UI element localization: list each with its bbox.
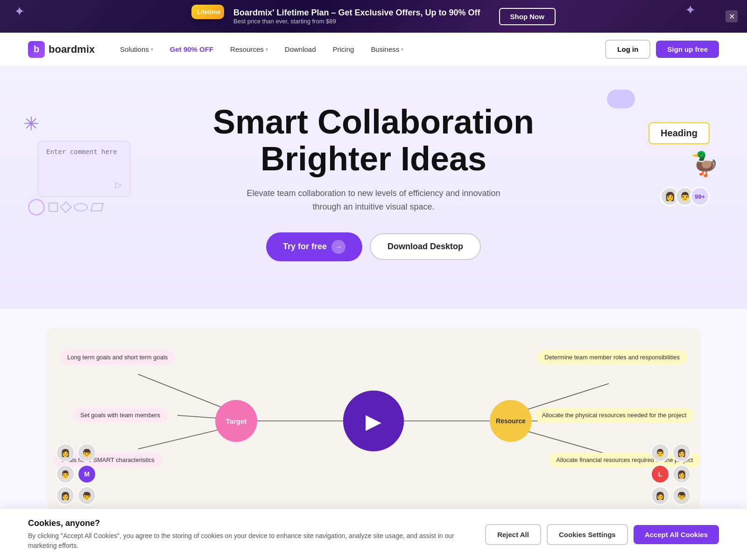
target-node-label: Target: [226, 417, 247, 425]
mm-avatar-right-1: 👨: [651, 443, 669, 462]
arrow-right-icon: →: [331, 240, 345, 254]
nav-business-label: Business: [371, 45, 399, 53]
banner-gift-deco: Lifetime: [191, 5, 224, 28]
mm-avatar-left-6: 👦: [78, 486, 96, 505]
mm-avatars-left: 👩 👦 👨 M 👩 👦: [56, 443, 117, 505]
shop-now-button[interactable]: Shop Now: [499, 8, 556, 25]
mm-avatar-left-5: 👩: [56, 486, 75, 505]
nav-links: Solutions ▾ Get 90% OFF Resources ▾ Down…: [113, 42, 605, 57]
chevron-down-icon-resources: ▾: [266, 47, 268, 52]
banner-content: Lifetime Boardmix' Lifetime Plan – Get E…: [191, 5, 556, 28]
play-button[interactable]: ▶: [343, 391, 404, 451]
cookie-banner: Cookies, anyone? By clicking "Accept All…: [0, 509, 747, 560]
cookie-description: By clicking "Accept All Cookies", you ag…: [28, 531, 466, 551]
download-desktop-button[interactable]: Download Desktop: [370, 233, 481, 260]
resource-node: Resource: [490, 400, 532, 442]
logo-text: boardmix: [49, 43, 95, 56]
mm-avatar-right-2: 👩: [672, 443, 691, 462]
shape-parallelogram-icon: [91, 203, 104, 211]
label-4-text: Allocate the physical resources needed f…: [542, 412, 686, 419]
reject-all-button[interactable]: Reject All: [485, 524, 541, 545]
mm-avatar-right-4: 👩: [672, 465, 691, 483]
play-icon: ▶: [366, 409, 381, 433]
snowflake-icon: ✳: [23, 113, 39, 134]
deco-star-right: ✦: [685, 2, 696, 18]
comment-input[interactable]: [46, 148, 122, 176]
mm-avatars-right: 👨 👩 L 👩 👩 👦: [630, 443, 691, 505]
mindmap-container: Plan & Execute ▶ Target Resource Long te…: [47, 328, 700, 514]
label-0-text: Long term goals and short term goals: [67, 354, 168, 361]
hero-buttons: Try for free → Download Desktop: [28, 232, 719, 261]
mm-avatar-right-6: 👦: [672, 486, 691, 505]
cookie-actions: Reject All Cookies Settings Accept All C…: [485, 524, 719, 545]
nav-discount-label: Get 90% OFF: [170, 45, 213, 53]
label-3-text: Determine team member roles and responsi…: [544, 354, 680, 361]
mm-label-4: Allocate the physical resources needed f…: [535, 408, 694, 422]
hero-title-line1: Smart Collaboration: [213, 103, 534, 140]
mindmap-section: Plan & Execute ▶ Target Resource Long te…: [0, 309, 747, 533]
avatar-count-badge: 99+: [690, 187, 710, 206]
shape-diamond-icon: [60, 201, 71, 213]
target-node: Target: [215, 400, 257, 442]
nav-item-solutions[interactable]: Solutions ▾: [113, 42, 160, 57]
login-button[interactable]: Log in: [605, 40, 650, 59]
cookie-text-block: Cookies, anyone? By clicking "Accept All…: [28, 518, 466, 551]
banner-badge: Lifetime: [191, 5, 224, 19]
shape-oval-icon: [74, 203, 88, 211]
nav-download-label: Download: [285, 45, 316, 53]
send-icon[interactable]: ▷: [115, 180, 122, 190]
mm-avatar-left-1: 👩: [56, 443, 75, 462]
nav-item-business[interactable]: Business ▾: [364, 42, 410, 57]
hero-title-line2: Brighter Ideas: [261, 140, 486, 177]
nav-item-resources[interactable]: Resources ▾: [224, 42, 275, 57]
heading-decoration: Heading: [648, 122, 710, 144]
snowflake-decoration: ✳: [23, 113, 39, 134]
mm-label-0: Long term goals and short term goals: [60, 350, 175, 364]
banner-main-text: Boardmix' Lifetime Plan – Get Exclusive …: [233, 8, 480, 18]
shapes-toolbar-decoration: [28, 199, 103, 216]
resource-node-label: Resource: [496, 417, 526, 425]
mm-avatar-left-4: M: [78, 465, 96, 483]
shape-square-icon: [49, 203, 58, 212]
mm-avatar-left-3: 👨: [56, 465, 75, 483]
mm-label-1: Set goals with team members: [73, 408, 168, 422]
hero-title: Smart Collaboration Brighter Ideas: [187, 104, 560, 177]
nav-resources-label: Resources: [230, 45, 264, 53]
chevron-down-icon: ▾: [151, 47, 153, 52]
nav-item-download[interactable]: Download: [278, 42, 323, 57]
top-banner: ✦ Lifetime Boardmix' Lifetime Plan – Get…: [0, 0, 747, 33]
chevron-down-icon-business: ▾: [401, 47, 403, 52]
signup-button[interactable]: Sign up free: [656, 41, 719, 58]
hero-subtitle: Elevate team collaboration to new levels…: [243, 187, 504, 214]
avatar-stack: 👩 👨 99+: [660, 187, 710, 206]
nav-item-pricing[interactable]: Pricing: [326, 42, 361, 57]
nav-solutions-label: Solutions: [120, 45, 149, 53]
label-1-text: Set goals with team members: [80, 412, 160, 419]
nav-auth: Log in Sign up free: [605, 40, 719, 59]
try-for-free-button[interactable]: Try for free →: [266, 232, 362, 261]
hero-section: ✳ ▷ Smart Collaboration Brighter Ideas E…: [0, 66, 747, 309]
comment-send-area: ▷: [46, 180, 122, 190]
banner-texts: Boardmix' Lifetime Plan – Get Exclusive …: [233, 8, 480, 25]
duck-decoration: 🦆: [690, 150, 719, 177]
avatar-stack-decoration: 👩 👨 99+: [660, 187, 710, 206]
mm-avatar-right-5: 👩: [651, 486, 669, 505]
try-btn-label: Try for free: [283, 242, 327, 252]
nav-pricing-label: Pricing: [333, 45, 354, 53]
logo-icon: b: [28, 41, 45, 58]
banner-close-button[interactable]: ✕: [726, 10, 738, 22]
mm-label-3: Determine team member roles and responsi…: [537, 350, 687, 364]
accept-all-cookies-button[interactable]: Accept All Cookies: [634, 525, 719, 544]
cookies-settings-button[interactable]: Cookies Settings: [547, 524, 628, 545]
comment-box-decoration: ▷: [37, 141, 131, 197]
logo[interactable]: b boardmix: [28, 41, 95, 58]
banner-sub-text: Best price than ever, starting from $89: [233, 18, 480, 25]
deco-star-left: ✦: [14, 4, 25, 19]
nav-item-discount[interactable]: Get 90% OFF: [163, 42, 220, 57]
navbar: b boardmix Solutions ▾ Get 90% OFF Resou…: [0, 33, 747, 66]
shape-circle-icon: [28, 199, 45, 216]
cookie-title: Cookies, anyone?: [28, 518, 466, 528]
cloud-decoration: [607, 90, 635, 108]
mm-avatar-left-2: 👦: [78, 443, 96, 462]
mm-avatar-right-3: L: [651, 465, 669, 483]
